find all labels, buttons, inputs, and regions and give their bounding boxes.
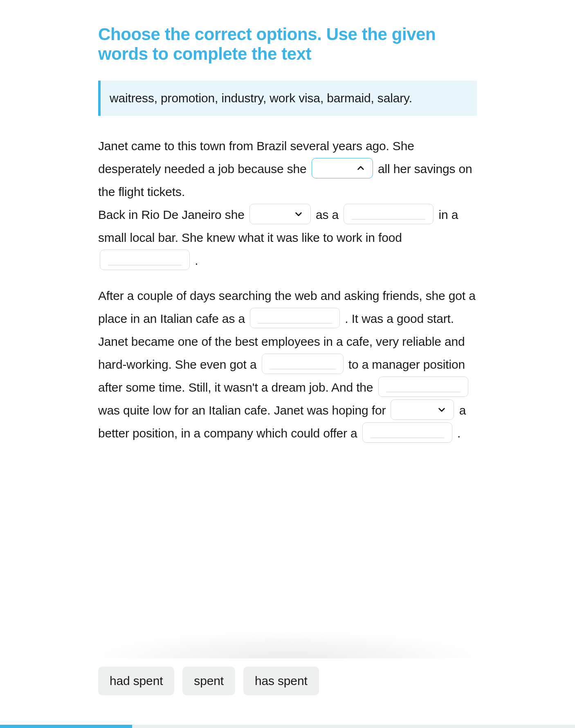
chevron-down-icon bbox=[294, 210, 303, 219]
gap-3-input[interactable] bbox=[344, 204, 433, 224]
exercise-title: Choose the correct options. Use the give… bbox=[98, 25, 477, 64]
exercise-text: Janet came to this town from Brazil seve… bbox=[98, 135, 477, 445]
gap-1-select[interactable] bbox=[312, 158, 373, 178]
chevron-up-icon bbox=[356, 164, 365, 173]
gap-9-input[interactable] bbox=[362, 422, 452, 443]
gap-2-select[interactable] bbox=[249, 204, 311, 224]
progress-bar-fill bbox=[0, 725, 132, 728]
gap-4-input[interactable] bbox=[100, 250, 190, 270]
gap-8-select[interactable] bbox=[391, 399, 454, 420]
option-chip[interactable]: has spent bbox=[243, 667, 319, 695]
gap-6-input[interactable] bbox=[262, 354, 344, 374]
word-bank: waitress, promotion, industry, work visa… bbox=[98, 81, 477, 116]
gap-5-input[interactable] bbox=[250, 308, 340, 328]
option-chip[interactable]: spent bbox=[182, 667, 235, 695]
text-segment: Back in Rio De Janeiro she bbox=[98, 208, 248, 221]
progress-bar bbox=[0, 725, 575, 728]
chevron-down-icon bbox=[437, 405, 446, 414]
option-chip[interactable]: had spent bbox=[98, 667, 174, 695]
gap-7-input[interactable] bbox=[378, 376, 468, 397]
answer-tray-shadow bbox=[86, 630, 489, 658]
text-segment: . bbox=[457, 426, 460, 440]
answer-options: had spent spent has spent bbox=[98, 667, 319, 695]
text-segment: . bbox=[195, 254, 198, 267]
text-segment: was quite low for an Italian cafe. Janet… bbox=[98, 403, 389, 417]
text-segment: as a bbox=[316, 208, 342, 221]
